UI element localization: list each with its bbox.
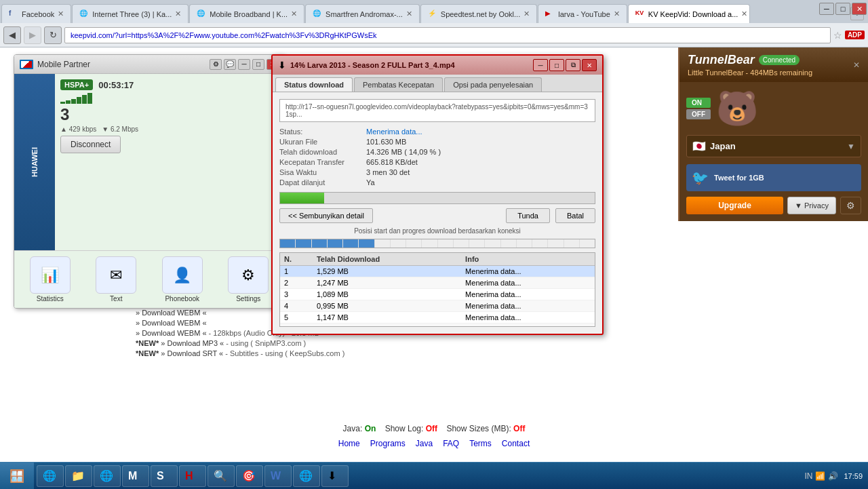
taskbar-item-s[interactable]: S	[151, 465, 178, 487]
taskbar-item-m[interactable]: M	[122, 465, 149, 487]
system-tray-icons: IN 📶 🔊	[804, 471, 838, 481]
privacy-button[interactable]: ▼ Privacy	[787, 197, 836, 214]
tunnelbear-close[interactable]: ✕	[853, 60, 860, 70]
tab-close[interactable]: ✕	[175, 9, 181, 18]
status-download-tab[interactable]: Status download	[275, 77, 353, 92]
maximize-button[interactable]: □	[835, 3, 850, 15]
table-row[interactable]: 6924,468 KBMenerima data...	[280, 324, 595, 328]
tab-label: Mobile Broadband | K...	[210, 10, 288, 18]
start-button[interactable]: 🪟	[0, 463, 34, 490]
tab-mobile-broadband[interactable]: 🌐 Mobile Broadband | K... ✕	[189, 4, 304, 23]
tab-close[interactable]: ✕	[614, 9, 620, 18]
tab-close[interactable]: ✕	[741, 9, 747, 18]
download-mp3-link[interactable]: *NEW* » Download MP3 « - using ( SnipMP3…	[136, 339, 563, 347]
upgrade-button[interactable]: Upgrade	[686, 197, 783, 214]
phonebook-icon-item[interactable]: 👤 Phonebook	[162, 256, 203, 302]
cancel-button[interactable]: Batal	[555, 208, 595, 223]
mp-minimize[interactable]: ─	[238, 59, 250, 70]
footer-programs-link[interactable]: Programs	[370, 439, 406, 448]
taskbar-item-chrome[interactable]: 🌐	[94, 465, 121, 487]
dialog-restore2[interactable]: ⧉	[566, 59, 580, 71]
dialog-minimize[interactable]: ─	[533, 59, 548, 71]
footer-contact-link[interactable]: Contact	[502, 439, 530, 448]
table-row[interactable]: 51,147 MBMenerima data...	[280, 312, 595, 324]
footer-faq-link[interactable]: FAQ	[443, 439, 459, 448]
tab-speedtest[interactable]: ⚡ Speedtest.net by Ookl... ✕	[420, 4, 537, 23]
tab-close[interactable]: ✕	[291, 9, 297, 18]
settings-icon[interactable]: ⚙	[210, 59, 222, 70]
completion-options-tab[interactable]: Opsi pada penyelesaian	[444, 77, 542, 92]
table-row[interactable]: 31,089 MBMenerima data...	[280, 289, 595, 300]
tunnelbear-logo-row: TunnelBear Connected	[688, 53, 853, 67]
footer-home-link[interactable]: Home	[338, 439, 360, 448]
table-row[interactable]: 40,995 MBMenerima data...	[280, 300, 595, 312]
back-button[interactable]: ◀	[3, 26, 21, 44]
tunnelbear-settings-button[interactable]: ⚙	[840, 197, 861, 214]
disconnect-button[interactable]: Disconnect	[60, 136, 121, 153]
navigation-bar: ◀ ▶ ↻ ☆ ADP	[0, 23, 868, 47]
taskbar-item-word[interactable]: W	[264, 465, 292, 487]
pause-button[interactable]: Tunda	[506, 208, 550, 223]
tab-facebook[interactable]: f Facebook ✕	[1, 4, 71, 23]
settings-icon-item[interactable]: ⚙ Settings	[228, 256, 269, 302]
minimize-button[interactable]: ─	[819, 3, 834, 15]
taskbar-items: 🌐 📁 🌐 M S H 🔍 🎯 W 🌐 ⬇	[34, 465, 799, 487]
bookmark-button[interactable]: ☆	[833, 30, 842, 41]
country-selector[interactable]: 🇯🇵 Japan ▼	[686, 135, 861, 157]
download-progress-fill	[280, 193, 324, 203]
table-row[interactable]: 21,247 MBMenerima data...	[280, 277, 595, 289]
tab-close[interactable]: ✕	[406, 9, 412, 18]
taskbar-item-search[interactable]: 🔍	[208, 465, 235, 487]
country-name: Japan	[710, 141, 843, 151]
country-dropdown-arrow[interactable]: ▼	[847, 142, 855, 151]
tweet-label[interactable]: Tweet for 1GB	[714, 173, 764, 182]
mp-maximize[interactable]: □	[252, 59, 264, 70]
dialog-restore[interactable]: □	[549, 59, 564, 71]
refresh-button[interactable]: ↻	[44, 26, 62, 44]
tab-larva[interactable]: ▶ larva - YouTube ✕	[538, 4, 627, 23]
segment-8	[391, 239, 406, 248]
mp-brand-sidebar: HUAWEI	[14, 74, 55, 250]
download-srt-link[interactable]: *NEW* » Download SRT « - Subtitles - usi…	[136, 349, 563, 357]
tab-close[interactable]: ✕	[58, 9, 64, 18]
forward-button[interactable]: ▶	[24, 26, 41, 44]
segment-progress-bar	[279, 239, 595, 248]
download-dialog: ⬇ 14% Larva 2013 - Season 2 FULL Part 3_…	[271, 54, 604, 335]
tab-close[interactable]: ✕	[524, 9, 530, 18]
taskbar-item-ie[interactable]: 🌐	[293, 465, 320, 487]
segment-7	[375, 239, 390, 248]
signal-icon: 📶	[815, 471, 825, 481]
close-button[interactable]: ✕	[852, 3, 867, 15]
tab-smartfren[interactable]: 🌐 Smartfren Andromax-... ✕	[305, 4, 420, 23]
speed-limit-tab[interactable]: Pembatas Kecepatan	[354, 77, 443, 92]
taskbar-item-download[interactable]: ⬇	[321, 465, 349, 487]
footer-links: Home Programs Java FAQ Terms Contact	[0, 439, 868, 448]
row-n: 2	[280, 277, 313, 289]
taskbar-item-explorer[interactable]: 📁	[65, 465, 92, 487]
tab-keepvid[interactable]: KV KV KeepVid: Download a... ✕	[628, 4, 750, 23]
window-controls: ─ □ ✕	[819, 3, 867, 15]
tab-internet3[interactable]: 🌐 Internet Three (3) | Ka... ✕	[72, 4, 189, 23]
taskbar-item-h[interactable]: H	[179, 465, 206, 487]
connection-timer: 00:53:17	[98, 80, 134, 90]
taskbar-icon: 🎯	[242, 469, 256, 482]
taskbar-item-game[interactable]: 🎯	[236, 465, 263, 487]
statistics-icon-item[interactable]: 📊 Statistics	[30, 256, 71, 302]
huawei-logo	[20, 60, 33, 69]
segment-6	[359, 239, 374, 248]
address-bar[interactable]	[64, 27, 831, 43]
footer-terms-link[interactable]: Terms	[469, 439, 492, 448]
twitter-icon: 🐦	[692, 170, 709, 186]
footer-java-link[interactable]: Java	[416, 439, 433, 448]
text-icon-item[interactable]: ✉ Text	[96, 256, 136, 302]
segment-14	[485, 239, 500, 248]
message-icon[interactable]: 💬	[224, 59, 236, 70]
on-button[interactable]: ON	[686, 98, 711, 108]
hide-detail-button[interactable]: << Sembunyikan detail	[279, 208, 373, 223]
table-row[interactable]: 11,529 MBMenerima data...	[280, 266, 595, 277]
taskbar-item-browser[interactable]: 🌐	[37, 465, 64, 487]
row-n: 1	[280, 266, 313, 277]
statistics-label: Statistics	[37, 295, 64, 302]
off-button[interactable]: OFF	[686, 109, 711, 119]
dialog-close[interactable]: ✕	[582, 59, 597, 71]
